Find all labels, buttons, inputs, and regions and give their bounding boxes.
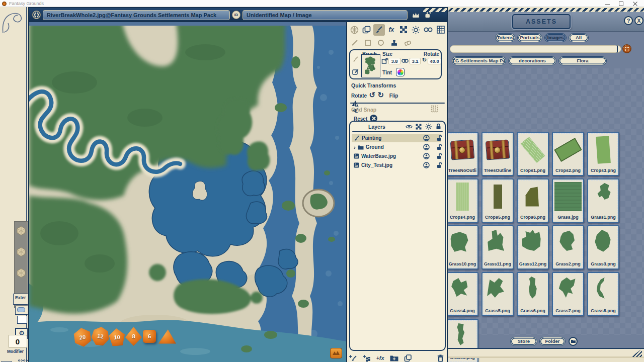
open-folder-icon-button[interactable] [569, 337, 578, 346]
map-subtitle-field[interactable]: Unidentified Map / Image [243, 10, 408, 20]
rotate-ccw-button[interactable]: ↺ [369, 90, 376, 99]
brush-rotate-field[interactable]: 40.0 [428, 58, 441, 64]
map-titlebar[interactable]: RiverBreakWhole2.jpg@Fantasy Grounds Set… [29, 8, 447, 22]
grid-snap-icon[interactable] [431, 105, 438, 113]
compass-pan-icon[interactable] [349, 24, 360, 36]
asset-card[interactable]: Crops4.png [446, 178, 478, 223]
grid-icon[interactable] [435, 24, 446, 36]
duplicate-layer-icon[interactable] [404, 354, 412, 362]
asset-card[interactable]: Grass6.png [517, 272, 549, 316]
asset-card[interactable]: Grass1.png [587, 178, 619, 223]
d20-die[interactable]: 20 [72, 327, 93, 348]
mask-header-icon[interactable] [416, 124, 422, 130]
tab-images[interactable]: Images [544, 33, 567, 42]
asset-card[interactable]: Crops2.png [552, 132, 584, 176]
asset-card[interactable]: Crops6.png [517, 178, 549, 223]
asset-card[interactable]: Crops1.png [517, 132, 549, 176]
d12-die[interactable]: 12 [91, 326, 110, 346]
unlock-layer-icon[interactable] [437, 144, 442, 150]
asset-card[interactable]: Grass8.png [587, 272, 619, 316]
view-options-button[interactable] [622, 44, 631, 53]
search-bar-handle[interactable] [617, 45, 621, 53]
external-tab[interactable]: Exter [13, 294, 29, 305]
brush-size-x-field[interactable]: 3.8 [388, 58, 400, 64]
edit-brush-icon[interactable] [352, 68, 359, 75]
vision-goggles-icon[interactable] [423, 24, 434, 36]
circle-tool-icon[interactable] [377, 39, 384, 46]
layer-row-waterbase[interactable]: WaterBase.jpg [352, 152, 441, 160]
asset-card[interactable]: Grass5.png [481, 272, 514, 316]
tab-all[interactable]: All [569, 33, 589, 42]
layer-row-citytest[interactable]: City_Test.jpg [352, 161, 441, 169]
asset-card[interactable]: Grass10.png [446, 225, 478, 269]
fx-icon[interactable]: fx [385, 24, 397, 36]
chat-input-stub[interactable] [17, 316, 27, 324]
asset-card[interactable]: Grass4.png [446, 272, 478, 316]
layer-row-painting[interactable]: Painting [352, 134, 441, 142]
filter-decorations-button[interactable]: decorations [508, 56, 556, 65]
map-canvas[interactable] [29, 22, 346, 362]
tab-portraits[interactable]: Portraits [517, 33, 542, 42]
light-header-icon[interactable] [425, 123, 432, 130]
line-tool-icon[interactable] [351, 39, 358, 46]
add-mask-layer-icon[interactable] [363, 354, 371, 362]
map-title-field[interactable]: RiverBreakWhole2.jpg@Fantasy Grounds Set… [43, 10, 230, 20]
player-visible-icon[interactable] [423, 162, 430, 168]
asset-card[interactable]: TreesNoOutli [446, 132, 478, 176]
maximize-button[interactable] [619, 2, 623, 6]
asset-card[interactable]: Crops5.png [481, 178, 514, 223]
rotate-cw-button[interactable]: ↻ [378, 90, 384, 99]
player-visible-icon[interactable] [423, 144, 430, 150]
unlock-layer-icon[interactable] [437, 162, 442, 168]
tab-tokens[interactable]: Tokens [495, 33, 515, 42]
layer-row-ground[interactable]: › Ground [352, 143, 441, 151]
layers-view-icon[interactable] [361, 24, 372, 36]
asset-card[interactable]: Grass11.png [481, 225, 514, 269]
add-paint-layer-icon[interactable] [349, 354, 357, 362]
asset-card[interactable]: Crops3.png [587, 132, 619, 176]
unlock-layer-icon[interactable] [437, 153, 442, 159]
filter-flora-button[interactable]: Flora [558, 56, 607, 65]
rect-tool-icon[interactable] [364, 39, 371, 46]
chevron-expand-icon[interactable]: › [354, 144, 356, 150]
asset-card[interactable]: TreesOutline [481, 132, 514, 176]
d8-die[interactable]: 8 [125, 327, 142, 346]
tint-color-button[interactable] [396, 68, 405, 76]
folder-button[interactable]: Folder [539, 337, 566, 346]
eraser-tool-icon[interactable] [404, 40, 412, 46]
help-button[interactable]: ? [624, 16, 633, 25]
d10-die[interactable]: 10 [108, 328, 126, 346]
delete-layer-trash-icon[interactable] [437, 354, 444, 362]
filter-module-button[interactable]: FG Settlements Map Pa [452, 56, 506, 65]
dock-die-icon[interactable] [16, 226, 26, 236]
close-window-button[interactable]: X [634, 16, 643, 25]
brush-size-y-field[interactable]: 3.1 [410, 58, 421, 64]
dock-die-icon[interactable] [16, 247, 26, 257]
brush-thumbnail[interactable] [361, 54, 380, 77]
asset-card[interactable]: Grass.jpg [552, 178, 584, 223]
minimize-button[interactable] [605, 4, 610, 5]
dock-die-icon[interactable] [16, 268, 26, 278]
eye-icon[interactable] [406, 124, 413, 129]
asset-card[interactable]: Grass7.png [552, 272, 584, 316]
player-visible-icon[interactable] [423, 135, 430, 141]
player-view-crown-icon[interactable] [412, 12, 420, 18]
asset-card[interactable]: Grass2.png [552, 225, 584, 269]
store-button[interactable]: Store [510, 337, 537, 346]
asset-card[interactable]: Grass3.png [587, 225, 619, 269]
d4-die[interactable] [158, 329, 176, 345]
light-icon[interactable] [410, 24, 422, 36]
map-pointer-button[interactable] [330, 348, 342, 358]
paint-tool-icon[interactable] [373, 24, 385, 36]
link-size-icon[interactable] [401, 58, 409, 63]
add-image-layer-icon[interactable] [390, 355, 398, 361]
unlock-layer-icon[interactable] [437, 135, 442, 141]
close-button[interactable] [633, 2, 637, 6]
stamp-tool-icon[interactable] [390, 39, 398, 47]
add-fx-layer-icon[interactable]: +fx [376, 355, 384, 361]
modifier-value[interactable]: 0 [8, 335, 27, 348]
d6-die[interactable]: 6 [143, 330, 156, 343]
asset-search-input[interactable] [450, 45, 619, 53]
lock-header-icon[interactable] [436, 123, 441, 130]
player-visible-icon[interactable] [423, 153, 430, 159]
